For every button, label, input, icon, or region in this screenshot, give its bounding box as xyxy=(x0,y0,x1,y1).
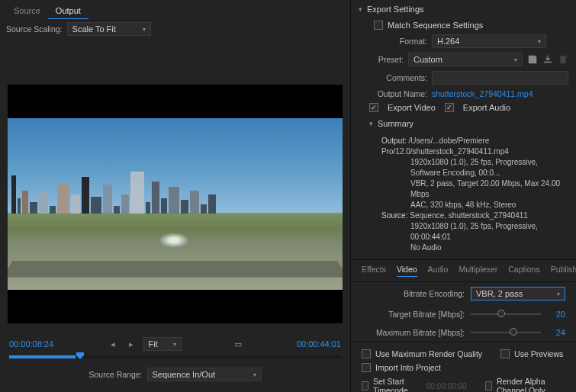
max-render-label: Use Maximum Render Quality xyxy=(375,349,482,358)
match-sequence-label: Match Sequence Settings xyxy=(388,21,483,30)
export-audio-checkbox[interactable] xyxy=(445,103,454,112)
export-settings-header: Export Settings xyxy=(367,5,424,14)
start-timecode-checkbox[interactable] xyxy=(362,381,368,390)
aspect-icon[interactable]: ▭ xyxy=(232,338,244,350)
preset-label: Preset: xyxy=(359,55,404,64)
subtab-video[interactable]: Video xyxy=(397,265,417,277)
bitrate-encoding-label: Bitrate Encoding: xyxy=(362,289,465,298)
max-render-checkbox[interactable] xyxy=(362,349,371,358)
subtab-effects[interactable]: Effects xyxy=(362,265,386,277)
step-forward-icon[interactable]: ▸ xyxy=(125,338,137,350)
subtab-multiplexer[interactable]: Multiplexer xyxy=(459,265,497,277)
format-label: Format: xyxy=(359,37,427,46)
current-timecode[interactable]: 00:00:08:24 xyxy=(9,339,53,349)
export-settings-panel: ▾ Export Settings Match Sequence Setting… xyxy=(351,0,576,392)
export-audio-label: Export Audio xyxy=(463,103,510,112)
render-alpha-label: Render Alpha Channel Only xyxy=(497,377,565,392)
step-back-icon[interactable]: ◂ xyxy=(107,338,119,350)
summary-header: Summary xyxy=(378,119,413,128)
use-previews-label: Use Previews xyxy=(514,349,563,358)
subtab-audio[interactable]: Audio xyxy=(428,265,449,277)
target-bitrate-label: Target Bitrate [Mbps]: xyxy=(362,310,465,319)
playhead-icon[interactable] xyxy=(76,352,85,361)
chevron-down-icon[interactable]: ▾ xyxy=(369,120,373,127)
render-alpha-checkbox[interactable] xyxy=(485,381,492,390)
chevron-down-icon[interactable]: ▾ xyxy=(359,5,362,13)
import-project-checkbox[interactable] xyxy=(362,363,371,372)
tab-output[interactable]: Output xyxy=(48,3,88,19)
match-sequence-checkbox[interactable] xyxy=(374,21,383,30)
source-range-label: Source Range: xyxy=(88,370,142,379)
target-bitrate-value[interactable]: 20 xyxy=(547,310,565,319)
output-name-label: Output Name: xyxy=(359,89,427,98)
output-name-link[interactable]: shutterstock_27940411.mp4 xyxy=(432,89,533,98)
format-select[interactable]: H.264 xyxy=(432,34,546,48)
start-timecode-ghost: 00:00:00:00 xyxy=(426,382,467,390)
subtab-captions[interactable]: Captions xyxy=(508,265,539,277)
export-video-label: Export Video xyxy=(388,103,436,112)
comments-input[interactable] xyxy=(432,71,568,85)
import-project-label: Import Into Project xyxy=(375,363,441,372)
comments-label: Comments: xyxy=(359,73,427,82)
start-timecode-label: Set Start Timecode xyxy=(373,377,420,392)
target-bitrate-slider[interactable] xyxy=(471,313,541,315)
delete-preset-icon xyxy=(558,53,568,66)
duration-timecode: 00:00:44:01 xyxy=(297,339,341,349)
zoom-fit-select[interactable]: Fit xyxy=(143,337,182,351)
source-scaling-label: Source Scaling: xyxy=(6,24,63,34)
use-previews-checkbox[interactable] xyxy=(500,349,510,358)
max-bitrate-slider[interactable] xyxy=(471,332,541,333)
video-preview xyxy=(8,85,343,323)
source-range-select[interactable]: Sequence In/Out xyxy=(147,368,262,381)
save-preset-icon[interactable] xyxy=(527,53,538,66)
source-scaling-select[interactable]: Scale To Fit xyxy=(67,22,151,36)
export-video-checkbox[interactable] xyxy=(369,103,378,112)
preview-panel: Source Output Source Scaling: Scale To F… xyxy=(0,0,351,392)
summary-block: Output: /Users/...dobe/Premiere Pro/12.0… xyxy=(351,133,576,259)
bitrate-encoding-select[interactable]: VBR, 2 pass xyxy=(471,287,565,300)
max-bitrate-label: Maximum Bitrate [Mbps]: xyxy=(362,328,465,337)
preset-select[interactable]: Custom xyxy=(408,53,523,66)
timeline-scrubber[interactable] xyxy=(9,355,341,358)
subtab-publish[interactable]: Publish xyxy=(551,265,576,277)
max-bitrate-value[interactable]: 24 xyxy=(547,328,565,337)
import-preset-icon[interactable] xyxy=(542,53,553,66)
tab-source[interactable]: Source xyxy=(6,3,48,19)
